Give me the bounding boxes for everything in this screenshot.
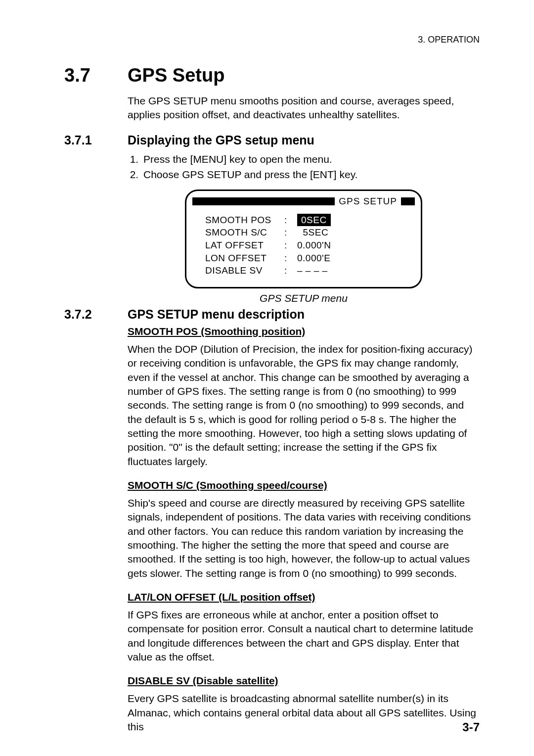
running-header: 3. OPERATION bbox=[64, 35, 480, 45]
screen-row-value: 0.000'N bbox=[297, 239, 331, 252]
paragraph-body: Every GPS satellite is broadcasting abno… bbox=[128, 692, 480, 734]
screen-row-value: 0.000'E bbox=[297, 252, 330, 265]
step-item: Choose GPS SETUP and press the [ENT] key… bbox=[141, 167, 480, 183]
screen-row: SMOOTH S/C : 5SEC bbox=[205, 226, 407, 239]
screen-row-label: SMOOTH POS bbox=[205, 214, 284, 227]
title-bar-right bbox=[401, 197, 415, 205]
subsection-2-number: 3.7.2 bbox=[64, 307, 128, 322]
paragraph-heading: DISABLE SV (Disable satellite) bbox=[128, 675, 480, 687]
page-number: 3-7 bbox=[462, 720, 480, 734]
screen-row: SMOOTH POS : 0SEC bbox=[205, 214, 407, 227]
paragraph-body: When the DOP (Dilution of Precision, the… bbox=[128, 342, 480, 469]
screen-row-label: SMOOTH S/C bbox=[205, 226, 284, 239]
gps-setup-screen: GPS SETUP SMOOTH POS : 0SEC SMOOTH S/C :… bbox=[185, 189, 422, 288]
paragraph-heading: SMOOTH S/C (Smoothing speed/course) bbox=[128, 479, 480, 491]
subsection-1-heading: 3.7.1 Displaying the GPS setup menu bbox=[64, 133, 480, 147]
figure-caption: GPS SETUP menu bbox=[128, 292, 480, 304]
section-intro: The GPS SETUP menu smooths position and … bbox=[128, 94, 480, 122]
steps-list: Press the [MENU] key to open the menu. C… bbox=[128, 151, 480, 183]
screen-row: LON OFFSET : 0.000'E bbox=[205, 252, 407, 265]
paragraph-body: Ship's speed and course are directly mea… bbox=[128, 496, 480, 580]
title-bar-left bbox=[192, 197, 335, 205]
step-item: Press the [MENU] key to open the menu. bbox=[141, 151, 480, 167]
screen-row: LAT OFFSET : 0.000'N bbox=[205, 239, 407, 252]
screen-row: DISABLE SV : – – – – bbox=[205, 264, 407, 277]
subsection-1-title: Displaying the GPS setup menu bbox=[128, 133, 314, 147]
screen-title: GPS SETUP bbox=[339, 196, 397, 207]
paragraph-body: If GPS fixes are erroneous while at anch… bbox=[128, 608, 480, 664]
subsection-1-number: 3.7.1 bbox=[64, 133, 128, 147]
screen-row-value-selected: 0SEC bbox=[297, 214, 331, 227]
screen-row-label: LON OFFSET bbox=[205, 252, 284, 265]
paragraph-heading: SMOOTH POS (Smoothing position) bbox=[128, 326, 480, 337]
subsection-2-heading: 3.7.2 GPS SETUP menu description bbox=[64, 307, 480, 322]
paragraph-heading: LAT/LON OFFSET (L/L position offset) bbox=[128, 591, 480, 603]
screen-row-value: – – – – bbox=[297, 264, 328, 277]
subsection-2-title: GPS SETUP menu description bbox=[128, 307, 305, 322]
section-title: GPS Setup bbox=[128, 65, 224, 86]
screen-row-label: LAT OFFSET bbox=[205, 239, 284, 252]
section-number: 3.7 bbox=[64, 65, 128, 86]
screen-row-label: DISABLE SV bbox=[205, 264, 284, 277]
section-heading: 3.7 GPS Setup bbox=[64, 65, 480, 86]
screen-row-value: 5SEC bbox=[297, 226, 328, 239]
